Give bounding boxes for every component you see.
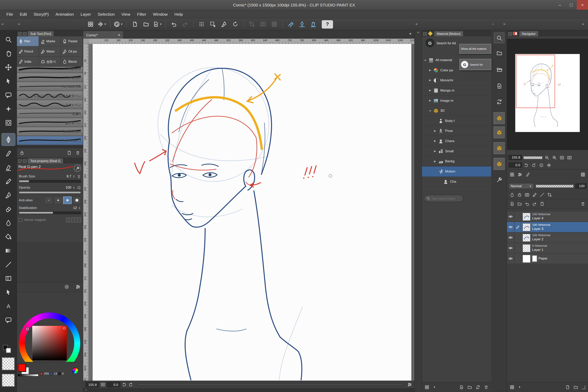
brush-tool[interactable] — [2, 189, 15, 201]
collapse-left-icon[interactable]: « — [2, 22, 4, 26]
marker-tool[interactable] — [2, 161, 15, 173]
menu-layer[interactable]: Layer — [77, 11, 94, 18]
new-file-icon[interactable] — [130, 20, 140, 28]
snap-to-ruler-icon[interactable] — [286, 20, 296, 28]
layer-mask-icon[interactable] — [540, 201, 544, 206]
material-tree-monochr[interactable]: ▶Monochr — [422, 76, 491, 86]
text-tool[interactable]: A — [2, 300, 15, 312]
navigator-zoom-slider[interactable] — [523, 156, 542, 159]
redo-icon[interactable] — [180, 20, 190, 28]
sv-marker[interactable] — [63, 327, 66, 330]
sub-color-swatch[interactable] — [6, 348, 11, 353]
snap-to-grid-icon[interactable] — [308, 20, 318, 28]
rotate-right-icon[interactable] — [128, 382, 133, 387]
layer-property-icon[interactable] — [518, 172, 522, 177]
subtool-group-blend[interactable]: Blend — [61, 57, 83, 67]
gradient-tool[interactable] — [2, 244, 15, 256]
layer-visibility-icon[interactable] — [507, 222, 514, 232]
delete-material-icon[interactable] — [484, 385, 489, 390]
rotate-right-icon[interactable] — [530, 162, 537, 168]
layer-row-layer-3[interactable]: 100 %NormalLayer 3 — [507, 222, 588, 233]
material-panel-tab[interactable]: Material [Motion] — [434, 31, 463, 36]
material-thumbnail[interactable] — [494, 112, 505, 124]
layer-visibility-icon[interactable] — [507, 243, 514, 253]
brush-item-5[interactable]: 鉛筆R — [17, 109, 83, 118]
material-tree-imagem[interactable]: ▶Image m — [422, 96, 491, 106]
menu-edit[interactable]: Edit — [16, 11, 30, 18]
layer-visibility-icon[interactable] — [507, 212, 514, 222]
set-ruler-icon[interactable] — [547, 192, 552, 197]
opacity-slider[interactable] — [19, 191, 81, 194]
move-tool[interactable] — [2, 61, 15, 73]
delete-subtool-icon[interactable] — [76, 150, 80, 155]
collapse-canvas-icon[interactable]: « — [416, 22, 418, 26]
layer-view-dropdown-icon[interactable]: ▼ — [518, 386, 521, 388]
vector-magnet-checkbox[interactable] — [19, 218, 22, 222]
grid-icon[interactable] — [269, 20, 280, 28]
clip-studio-logo-icon[interactable]: G — [426, 38, 434, 47]
minimize-button[interactable]: – — [554, 0, 566, 10]
eraser-tool[interactable] — [2, 203, 15, 215]
lock-icon[interactable] — [20, 150, 24, 155]
resize-grip[interactable] — [582, 385, 586, 389]
material-tree-3d[interactable]: ▼3D — [422, 106, 491, 116]
inking-pen-tool[interactable] — [2, 148, 15, 159]
panel-dock-icon[interactable] — [23, 159, 27, 163]
layer-thumbnail[interactable] — [522, 212, 530, 221]
subtool-group-pen[interactable]: Pen — [17, 36, 39, 47]
clip-to-layer-icon[interactable] — [510, 192, 514, 197]
brush-item-2[interactable]: For effect line — [17, 82, 83, 91]
balloon-tool[interactable] — [2, 89, 15, 101]
opacity-source-icon[interactable] — [77, 186, 81, 190]
material-tree-cha[interactable]: Cha — [422, 176, 491, 187]
opacity-value[interactable]: 100 — [66, 186, 71, 189]
material-thumbnail[interactable] — [494, 142, 505, 154]
menu-filter[interactable]: Filter — [134, 11, 150, 18]
material-tree-backg[interactable]: ▶Backg — [422, 156, 491, 166]
menu-help[interactable]: Help — [171, 11, 186, 18]
navigator-view-frame[interactable] — [516, 55, 555, 108]
stabilization-stepper[interactable]: ▲▼ — [78, 206, 81, 209]
snap-to-special-ruler-icon[interactable] — [297, 20, 307, 28]
canvas-zoom-value[interactable]: 155.8 — [86, 382, 99, 387]
menu-selection[interactable]: Selection — [94, 11, 118, 18]
delete-layer-icon[interactable] — [580, 201, 586, 206]
material-view-dropdown-icon[interactable]: ▼ — [433, 386, 436, 388]
fit-window-icon[interactable] — [559, 155, 565, 160]
brush-size-value[interactable]: 9.7 — [67, 174, 71, 178]
document-tab[interactable]: Comic* — [83, 31, 123, 38]
grayscale-bar[interactable] — [18, 374, 38, 376]
material-folder-open-icon[interactable] — [494, 64, 504, 75]
subtool-group-oilpa[interactable]: Oil pa — [61, 46, 83, 57]
material-tree-motion[interactable]: Motion — [422, 166, 491, 177]
collapse-right-icon[interactable]: » — [582, 22, 584, 26]
material-zoom-icon[interactable] — [494, 32, 504, 43]
navigator-rotation-value[interactable]: 0.0 — [508, 162, 522, 168]
actual-size-icon[interactable] — [566, 155, 573, 160]
layer-visibility-icon[interactable] — [507, 232, 514, 243]
reference-layer-icon[interactable] — [540, 192, 544, 197]
material-sync-icon[interactable] — [476, 385, 480, 390]
panel-dock-icon[interactable] — [23, 32, 27, 36]
fill-tool[interactable] — [2, 231, 15, 243]
layer-thumbnail[interactable] — [522, 254, 530, 263]
subtool-detail-button[interactable] — [74, 165, 81, 172]
figure-tool[interactable] — [2, 116, 15, 128]
panel-menu-icon[interactable] — [423, 32, 427, 36]
material-add-icon[interactable] — [494, 80, 504, 91]
color-wheel-icon[interactable] — [72, 368, 78, 374]
stabilization-slider[interactable] — [19, 212, 81, 214]
anti-aliasing-option-0[interactable] — [44, 196, 53, 204]
page-manager-icon[interactable]: ▼ — [152, 20, 162, 28]
open-file-icon[interactable] — [141, 20, 151, 28]
layer-row-layer-2[interactable]: 100 %NormalLayer 2 — [507, 232, 588, 243]
crop-icon[interactable] — [247, 20, 257, 28]
layer-menu-icon[interactable] — [580, 172, 586, 177]
copy-subtool-icon[interactable] — [67, 150, 72, 155]
blend-tool[interactable] — [2, 217, 15, 229]
reset-rotation-icon[interactable] — [538, 162, 545, 168]
zoom-out-icon[interactable] — [544, 155, 550, 160]
material-search-add-label[interactable]: Search for Ad — [436, 41, 456, 45]
deselect-icon[interactable] — [219, 20, 229, 28]
zoom-tool[interactable] — [2, 33, 15, 45]
